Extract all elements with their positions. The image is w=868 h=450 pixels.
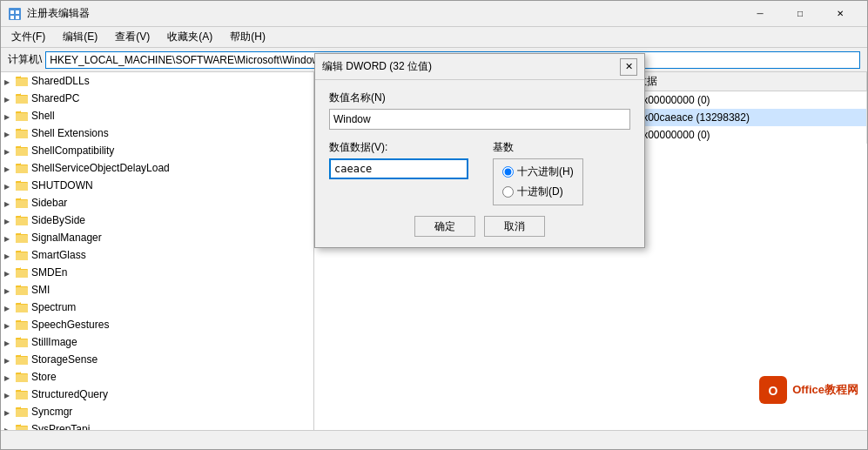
dialog-buttons: 确定 取消: [329, 216, 630, 237]
base-fieldset: 十六进制(H) 十进制(D): [493, 158, 583, 205]
value-label: 数值数据(V):: [329, 140, 468, 155]
base-label: 基数: [493, 140, 583, 155]
dialog-title-bar: 编辑 DWORD (32 位值) ✕: [315, 54, 644, 80]
dialog-body: 数值名称(N) 数值数据(V): 基数 十六进制(H): [315, 80, 644, 247]
name-input[interactable]: [329, 109, 630, 130]
hex-radio[interactable]: [502, 166, 514, 178]
ok-button[interactable]: 确定: [414, 216, 475, 237]
cancel-button[interactable]: 取消: [484, 216, 545, 237]
value-input[interactable]: [329, 158, 468, 179]
hex-radio-row: 十六进制(H): [502, 165, 574, 179]
name-label: 数值名称(N): [329, 91, 630, 105]
base-col: 基数 十六进制(H) 十进制(D): [493, 140, 583, 205]
dialog-title: 编辑 DWORD (32 位值): [322, 59, 432, 74]
main-window: 注册表编辑器 ─ □ ✕ 文件(F) 编辑(E) 查看(V) 收藏夹(A) 帮助…: [0, 0, 868, 450]
dialog-close-button[interactable]: ✕: [620, 58, 637, 76]
hex-label: 十六进制(H): [517, 165, 574, 179]
dialog-value-row: 数值数据(V): 基数 十六进制(H) 十进制(D): [329, 140, 630, 205]
dec-radio-row: 十进制(D): [502, 185, 574, 199]
edit-dword-dialog: 编辑 DWORD (32 位值) ✕ 数值名称(N) 数值数据(V): 基数: [314, 53, 645, 248]
dialog-overlay: 编辑 DWORD (32 位值) ✕ 数值名称(N) 数值数据(V): 基数: [1, 1, 867, 449]
dec-label: 十进制(D): [517, 185, 563, 199]
dec-radio[interactable]: [502, 186, 514, 198]
value-col: 数值数据(V):: [329, 140, 468, 179]
